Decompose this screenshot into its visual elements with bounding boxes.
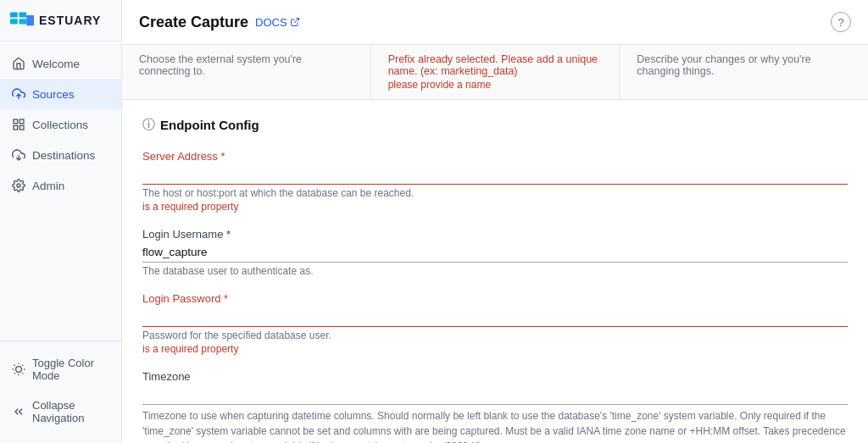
collapse-nav-label: Collapse Navigation [32, 399, 109, 424]
server-address-error: is a required property [142, 201, 848, 213]
login-username-label: Login Username * [142, 228, 848, 241]
step-description: Describe your changes or why you're chan… [620, 45, 868, 99]
sidebar-item-admin-label: Admin [32, 180, 64, 192]
logo-text: ESTUARY [39, 14, 101, 27]
estuary-logo-icon [10, 12, 34, 29]
logo: ESTUARY [0, 0, 121, 42]
help-label: ? [837, 16, 843, 29]
sidebar-item-welcome-label: Welcome [32, 58, 80, 70]
upload-icon [12, 87, 25, 101]
header: Create Capture DOCS ? [122, 0, 868, 45]
external-link-icon [290, 17, 300, 27]
help-button[interactable]: ? [831, 12, 851, 32]
login-password-input[interactable] [142, 307, 848, 327]
svg-rect-2 [10, 19, 18, 24]
svg-rect-3 [19, 19, 27, 24]
svg-line-21 [294, 19, 299, 24]
step-bar: Choose the external system you're connec… [122, 45, 868, 100]
sidebar-item-destinations[interactable]: Destinations [0, 140, 121, 170]
sidebar-item-sources[interactable]: Sources [0, 79, 121, 109]
sun-icon [12, 363, 25, 376]
timezone-label: Timezone [142, 370, 848, 383]
docs-label: DOCS [255, 16, 287, 29]
sidebar-nav: Welcome Sources Collections Destinations… [0, 42, 121, 341]
svg-rect-7 [19, 119, 24, 124]
sidebar-item-destinations-label: Destinations [32, 149, 95, 162]
grid-icon [12, 118, 25, 131]
svg-point-12 [16, 367, 22, 373]
svg-rect-9 [14, 125, 18, 130]
login-password-label: Login Password * [142, 292, 848, 305]
info-icon: ⓘ [142, 117, 155, 133]
sidebar-item-collections-label: Collections [32, 119, 88, 131]
sidebar-item-collections[interactable]: Collections [0, 109, 121, 140]
timezone-description: Timezone to use when capturing datetime … [142, 408, 848, 443]
sidebar-bottom: Toggle Color Mode Collapse Navigation [0, 341, 121, 443]
chevrons-left-icon [12, 405, 25, 418]
svg-rect-1 [19, 12, 27, 17]
svg-line-15 [14, 365, 15, 366]
svg-rect-6 [14, 119, 18, 124]
content: ⓘ Endpoint Config Server Address * The h… [122, 100, 868, 443]
svg-line-16 [22, 373, 23, 374]
step-name: Prefix already selected. Please add a un… [371, 45, 620, 99]
sidebar-item-welcome[interactable]: Welcome [0, 48, 121, 79]
step-name-error: please provide a name [388, 79, 603, 91]
svg-line-19 [14, 373, 15, 374]
download-icon [12, 148, 25, 162]
sidebar-item-sources-label: Sources [32, 88, 75, 101]
section-heading: ⓘ Endpoint Config [142, 117, 848, 133]
svg-point-11 [17, 184, 20, 187]
server-address-label: Server Address * [142, 150, 848, 163]
login-username-field: Login Username * The database user to au… [142, 228, 848, 277]
login-username-input[interactable] [142, 242, 848, 263]
svg-line-20 [22, 365, 23, 366]
login-password-description: Password for the specified database user… [142, 329, 848, 341]
sidebar-item-toggle-color[interactable]: Toggle Color Mode [0, 348, 121, 390]
section-title: Endpoint Config [160, 118, 259, 132]
docs-link[interactable]: DOCS [255, 16, 300, 29]
server-address-field: Server Address * The host or host:port a… [142, 150, 848, 213]
svg-rect-8 [19, 125, 24, 130]
main: Create Capture DOCS ? Choose the externa… [122, 0, 868, 443]
step-connector-text: Choose the external system you're connec… [139, 53, 302, 77]
login-username-description: The database user to authenticate as. [142, 265, 848, 277]
sidebar: ESTUARY Welcome Sources Collections Dest… [0, 0, 122, 443]
step-name-text: Prefix already selected. Please add a un… [388, 53, 598, 77]
step-connector: Choose the external system you're connec… [122, 45, 371, 99]
server-address-input[interactable] [142, 164, 848, 185]
step-description-text: Describe your changes or why you're chan… [637, 53, 810, 77]
login-password-field: Login Password * Password for the specif… [142, 292, 848, 355]
login-password-error: is a required property [142, 343, 848, 355]
server-address-description: The host or host:port at which the datab… [142, 187, 848, 199]
home-icon [12, 57, 25, 70]
toggle-color-label: Toggle Color Mode [32, 357, 109, 382]
timezone-input[interactable] [142, 385, 848, 405]
sidebar-item-collapse-nav[interactable]: Collapse Navigation [0, 390, 121, 433]
settings-icon [12, 179, 25, 192]
timezone-field: Timezone Timezone to use when capturing … [142, 370, 848, 443]
svg-rect-4 [26, 15, 34, 25]
svg-rect-0 [10, 12, 18, 17]
sidebar-item-admin[interactable]: Admin [0, 170, 121, 201]
page-title: Create Capture [139, 14, 248, 31]
